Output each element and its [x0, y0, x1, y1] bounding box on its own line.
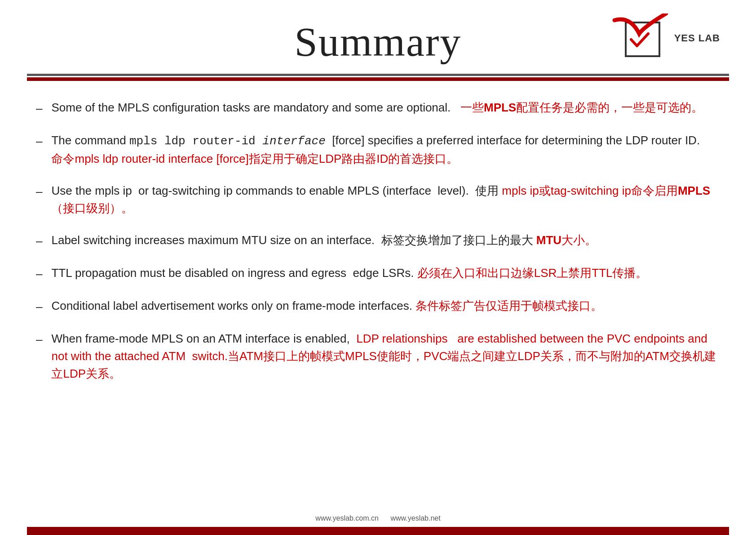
bullet-item-2: – The command mpls ldp router-id interfa… — [36, 132, 720, 168]
bullet-text-4: Label switching increases maximum MTU si… — [51, 232, 720, 249]
bullet-text-5: TTL propagation must be disabled on ingr… — [51, 264, 720, 282]
footer: www.yeslab.com.cn www.yeslab.net — [0, 527, 756, 535]
bullet-item-3: – Use the mpls ip or tag-switching ip co… — [36, 182, 720, 217]
bullet-text-6: Conditional label advertisement works on… — [51, 297, 720, 315]
logo-text: YES LAB — [674, 32, 720, 44]
header: Summary YES LAB — [0, 0, 756, 70]
header-divider — [27, 74, 729, 81]
bullet-dash-3: – — [36, 183, 42, 201]
bullet-3-red: mpls ip或tag-switching ip命令启用MPLS（接口级别）。 — [51, 184, 710, 215]
footer-links: www.yeslab.com.cn www.yeslab.net — [0, 512, 756, 525]
bullet-item-7: – When frame-mode MPLS on an ATM interfa… — [36, 330, 720, 383]
bullet-text-2: The command mpls ldp router-id interface… — [51, 132, 720, 168]
bullet-7-red: LDP relationships are established betwee… — [51, 332, 716, 380]
bullet-dash-6: – — [36, 298, 42, 316]
divider-gray — [27, 74, 729, 76]
bullet-text-1: Some of the MPLS configuration tasks are… — [51, 99, 720, 116]
bullet-text-3: Use the mpls ip or tag-switching ip comm… — [51, 182, 720, 217]
page-title: Summary — [295, 18, 462, 66]
bullet-dash-2: – — [36, 133, 42, 150]
bullet-dash-1: – — [36, 100, 42, 117]
bullet-item-1: – Some of the MPLS configuration tasks a… — [36, 99, 720, 117]
bullet-dash-4: – — [36, 232, 42, 250]
bullet-item-5: – TTL propagation must be disabled on in… — [36, 264, 720, 283]
content-area: – Some of the MPLS configuration tasks a… — [0, 81, 756, 410]
bullet-item-4: – Label switching increases maximum MTU … — [36, 232, 720, 250]
bullet-dash-7: – — [36, 331, 42, 348]
bullet-item-6: – Conditional label advertisement works … — [36, 297, 720, 316]
bullet-6-red: 条件标签广告仅适用于帧模式接口。 — [416, 299, 602, 312]
bullet-2-chinese: 命令mpls ldp router-id interface [force]指定… — [51, 152, 458, 165]
divider-red — [27, 77, 729, 81]
bullet-5-red: 必须在入口和出口边缘LSR上禁用TTL传播。 — [417, 266, 648, 280]
footer-link-1: www.yeslab.com.cn — [315, 514, 379, 522]
bullet-text-7: When frame-mode MPLS on an ATM interface… — [51, 330, 720, 383]
footer-bar — [27, 527, 729, 535]
bullet-1-chinese: 一些MPLS配置任务是必需的，一些是可选的。 — [460, 101, 703, 114]
bullet-4-red: MTU大小。 — [536, 233, 597, 247]
yes-lab-logo: YES LAB — [612, 13, 720, 63]
bullet-dash-5: – — [36, 265, 42, 283]
logo-icon — [612, 13, 671, 63]
footer-link-2: www.yeslab.net — [391, 514, 441, 522]
page: Summary YES LAB – Some of the MPLS confi… — [0, 0, 756, 535]
